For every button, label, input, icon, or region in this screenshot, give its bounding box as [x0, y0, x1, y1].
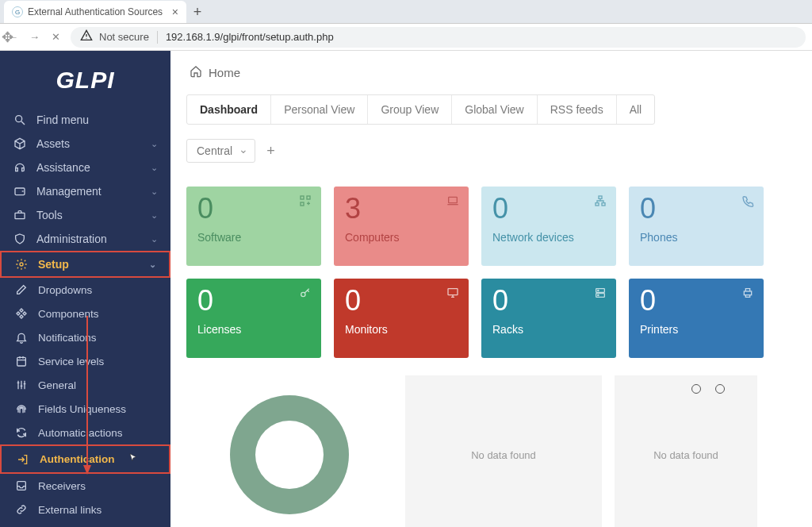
no-data-card-2: No data found — [615, 375, 757, 527]
search-icon — [13, 113, 27, 126]
tab-dashboard[interactable]: Dashboard — [187, 95, 271, 124]
highlight-authentication: Authentication — [0, 444, 170, 474]
bell-icon — [14, 331, 29, 344]
key-icon — [299, 287, 312, 303]
card-monitors[interactable]: 0 Monitors — [334, 279, 469, 358]
inbox-icon — [14, 479, 29, 492]
new-tab-button[interactable]: + — [186, 1, 209, 23]
warning-icon — [80, 29, 93, 44]
svg-point-20 — [598, 294, 599, 295]
forward-icon[interactable]: → — [28, 31, 41, 43]
breadcrumb[interactable]: Home — [170, 51, 812, 94]
svg-rect-11 — [449, 197, 458, 202]
edit-icon — [14, 283, 29, 296]
chevron-down-icon: ⌄ — [151, 234, 158, 244]
svg-rect-5 — [17, 357, 26, 366]
sidebar-sub-general[interactable]: General — [0, 373, 170, 397]
browser-tab[interactable]: G External Authentication Sources × — [4, 1, 186, 23]
card-phones[interactable]: 0 Phones — [629, 187, 764, 266]
view-tabs: Dashboard Personal View Group View Globa… — [186, 94, 655, 125]
sidebar-sub-components[interactable]: Components — [0, 302, 170, 325]
components-icon — [14, 307, 29, 320]
svg-rect-13 — [596, 203, 599, 206]
phone-icon — [741, 194, 754, 211]
close-icon[interactable]: × — [172, 6, 178, 18]
apps-icon — [299, 194, 312, 211]
stop-icon[interactable]: ✕ — [49, 31, 63, 43]
sidebar-sub-receivers[interactable]: Receivers — [0, 474, 170, 498]
svg-rect-9 — [307, 196, 310, 199]
donut-chart-card[interactable]: 3 — [186, 375, 393, 527]
card-software[interactable]: 0 Software — [186, 187, 321, 266]
sidebar: GLPI Find menu Assets ⌄ Assistance ⌄ — [0, 51, 170, 527]
card-computers[interactable]: 3 Computers — [334, 187, 469, 266]
tab-global-view[interactable]: Global View — [452, 95, 537, 124]
sidebar-sub-automatic-actions[interactable]: Automatic actions — [0, 421, 170, 444]
handle-icon[interactable] — [715, 384, 725, 394]
sidebar-item-assets[interactable]: Assets ⌄ — [0, 132, 170, 156]
sidebar-find-menu[interactable]: Find menu — [0, 108, 170, 132]
tab-all[interactable]: All — [617, 95, 655, 124]
address-bar: ← → ✕ Not secure 192.168.1.9/glpi/front/… — [0, 24, 812, 51]
sidebar-item-management[interactable]: Management ⌄ — [0, 179, 170, 203]
card-racks[interactable]: 0 Racks — [481, 279, 616, 358]
headset-icon — [13, 161, 27, 174]
tab-title: External Authentication Sources — [28, 6, 163, 17]
card-licenses[interactable]: 0 Licenses — [186, 279, 321, 358]
sidebar-sub-service-levels[interactable]: Service levels — [0, 349, 170, 373]
tab-rss-feeds[interactable]: RSS feeds — [538, 95, 617, 124]
svg-line-1 — [21, 121, 25, 125]
svg-point-15 — [301, 292, 305, 296]
app-logo[interactable]: GLPI — [0, 60, 170, 108]
sidebar-item-administration[interactable]: Administration ⌄ — [0, 227, 170, 251]
sidebar-sub-authentication[interactable]: Authentication — [2, 446, 169, 472]
svg-rect-16 — [448, 289, 458, 295]
card-network-devices[interactable]: 0 Network devices — [481, 187, 616, 266]
server-icon — [594, 287, 607, 303]
sidebar-sub-external-links[interactable]: External links — [0, 498, 170, 521]
printer-icon — [741, 287, 754, 303]
card-printers[interactable]: 0 Printers — [629, 279, 764, 358]
shield-icon — [13, 233, 27, 245]
handle-icon[interactable] — [691, 384, 701, 394]
favicon-icon: G — [12, 6, 23, 17]
home-icon — [190, 65, 202, 80]
calendar-icon — [14, 355, 29, 367]
chevron-down-icon: ⌄ — [151, 187, 158, 197]
svg-rect-21 — [744, 291, 751, 295]
link-icon — [14, 503, 29, 516]
svg-point-19 — [598, 290, 599, 290]
box-icon — [13, 137, 27, 150]
sliders-icon — [14, 379, 29, 391]
fingerprint-icon — [14, 402, 29, 415]
dashboard-selector[interactable]: Central — [186, 139, 255, 163]
tab-group-view[interactable]: Group View — [368, 95, 452, 124]
donut-value: 3 — [278, 431, 301, 479]
resize-handles[interactable] — [691, 384, 725, 394]
breadcrumb-label: Home — [209, 66, 240, 79]
chevron-down-icon: ⌄ — [151, 210, 158, 221]
url-field[interactable]: Not secure 192.168.1.9/glpi/front/setup.… — [71, 27, 806, 48]
svg-point-4 — [20, 263, 23, 266]
svg-rect-8 — [301, 196, 304, 199]
svg-rect-10 — [301, 202, 304, 206]
sidebar-item-tools[interactable]: Tools ⌄ — [0, 203, 170, 227]
sidebar-find-label: Find menu — [36, 113, 89, 126]
security-label: Not secure — [99, 31, 149, 43]
network-icon — [594, 194, 607, 211]
chevron-down-icon: ⌄ — [151, 163, 158, 173]
sidebar-sub-notifications[interactable]: Notifications — [0, 325, 170, 349]
sidebar-sub-dropdowns[interactable]: Dropdowns — [0, 278, 170, 302]
sidebar-sub-fields-uniqueness[interactable]: Fields Uniqueness — [0, 397, 170, 421]
svg-point-0 — [16, 116, 22, 122]
chevron-down-icon: ⌄ — [151, 139, 158, 149]
sidebar-item-assistance[interactable]: Assistance ⌄ — [0, 156, 170, 179]
login-icon — [16, 453, 30, 466]
tab-personal-view[interactable]: Personal View — [271, 95, 368, 124]
move-handle-icon[interactable]: ✥ — [2, 29, 13, 46]
add-dashboard-button[interactable]: + — [266, 143, 275, 160]
cursor-icon — [128, 452, 139, 467]
sidebar-item-setup[interactable]: Setup ⌄ — [2, 252, 169, 276]
svg-rect-3 — [15, 213, 25, 218]
browser-tab-strip: G External Authentication Sources × + — [0, 0, 812, 24]
